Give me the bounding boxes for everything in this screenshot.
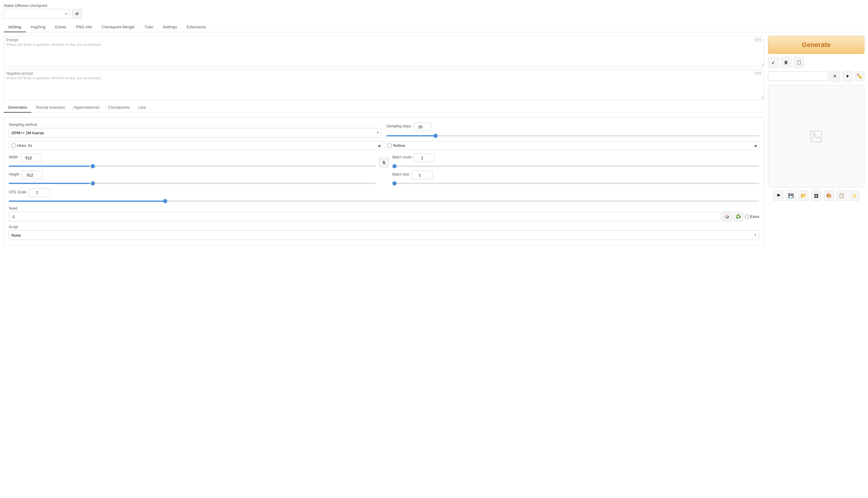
- extra-checkbox-container: Extra: [745, 214, 759, 219]
- copy-button[interactable]: 📋: [793, 57, 804, 68]
- extra-label: Extra: [750, 214, 759, 219]
- sampling-method-label: Sampling method: [9, 122, 382, 127]
- send-inpaint-upload-bottom-btn[interactable]: 📋: [837, 191, 846, 201]
- height-label: Height: [9, 172, 19, 176]
- hires-fix-label: Hires. fix: [17, 143, 32, 148]
- tab-extensions[interactable]: Extensions: [182, 22, 211, 32]
- svg-point-1: [814, 133, 815, 135]
- send-extras-bottom-btn[interactable]: 📂: [799, 191, 809, 201]
- send-img2img-bottom-btn[interactable]: 🖼: [811, 191, 821, 201]
- seed-row: Seed 🎲 ♻️ Extra: [9, 206, 759, 221]
- style-row: ✕ ▼ ✏️: [768, 71, 864, 82]
- negative-prompt-label: Negative prompt: [4, 69, 764, 76]
- height-input[interactable]: [22, 171, 43, 179]
- cfg-scale-label: CFG Scale: [9, 190, 26, 194]
- sampling-steps-label: Sampling steps: [386, 124, 411, 128]
- script-select[interactable]: None: [9, 230, 759, 240]
- recycle-seed-button[interactable]: ♻️: [733, 212, 743, 221]
- gen-tab-hypernetworks[interactable]: Hypernetworks: [69, 103, 104, 113]
- tab-txt2img[interactable]: txt2img: [4, 22, 26, 32]
- batch-count-input[interactable]: [414, 154, 435, 162]
- refiner-checkbox[interactable]: [387, 144, 392, 147]
- batch-count-label: Batch count: [392, 155, 411, 159]
- output-image-area: [768, 85, 864, 187]
- style-input[interactable]: [768, 71, 828, 81]
- checkpoint-select[interactable]: [4, 9, 70, 19]
- gen-tab-textual-inversion[interactable]: Textual Inversion: [31, 103, 69, 113]
- prompt-counter: 0/75: [753, 37, 763, 42]
- main-tabs: txt2img img2img Extras PNG Info Checkpoi…: [4, 22, 864, 32]
- width-slider[interactable]: [9, 166, 375, 167]
- hires-refiner-row: Hires. fix ◀ Refiner ◀: [9, 141, 759, 150]
- batch-size-input[interactable]: [411, 171, 433, 179]
- tab-img2img[interactable]: img2img: [26, 22, 50, 32]
- prompt-textarea[interactable]: [4, 48, 764, 66]
- width-label: Width: [9, 155, 18, 159]
- svg-rect-0: [811, 131, 821, 142]
- generation-panel: Sampling method DPM++ 2M Karras Euler a …: [4, 117, 764, 245]
- save-image-bottom-btn[interactable]: 💾: [786, 191, 796, 201]
- sampling-method-select[interactable]: DPM++ 2M Karras Euler a Euler: [9, 128, 382, 137]
- batch-count-slider[interactable]: [392, 166, 759, 167]
- refiner-collapse-btn[interactable]: ◀: [754, 144, 756, 148]
- hires-fix-collapse-btn[interactable]: ◀: [378, 144, 380, 148]
- refiner-item: Refiner ◀: [385, 141, 759, 150]
- generation-tabs: Generation Textual Inversion Hypernetwor…: [4, 103, 764, 113]
- prompt-hint: (Press Ctrl+Enter to generate, Alt+Enter…: [4, 43, 764, 48]
- script-row: Script None: [9, 225, 759, 240]
- clear-style-button[interactable]: ✕: [829, 71, 840, 82]
- hires-fix-item: Hires. fix ◀: [9, 141, 383, 150]
- batch-size-label: Batch size: [392, 172, 409, 176]
- save-style-bottom-btn[interactable]: ⚑: [773, 191, 783, 201]
- send-to-button[interactable]: ↙: [768, 57, 779, 68]
- hires-fix-checkbox[interactable]: [11, 144, 15, 147]
- trash-button[interactable]: 🗑: [781, 57, 791, 68]
- prompt-label: Prompt: [4, 36, 764, 43]
- sampling-steps-input[interactable]: [413, 122, 432, 131]
- extra-checkbox[interactable]: [745, 215, 749, 219]
- refiner-label: Refiner: [393, 143, 406, 148]
- dice-button[interactable]: 🎲: [722, 212, 732, 221]
- extras-magic-bottom-btn[interactable]: ✨: [849, 191, 859, 201]
- script-label: Script: [9, 225, 759, 229]
- edit-style-button[interactable]: ✏️: [855, 71, 864, 81]
- gen-tab-lora[interactable]: Lora: [134, 103, 150, 113]
- generate-button[interactable]: Generate: [768, 36, 864, 54]
- tab-settings[interactable]: Settings: [158, 22, 182, 32]
- gen-tab-generation[interactable]: Generation: [4, 103, 31, 113]
- swap-width-height-button[interactable]: ⇅: [379, 158, 389, 167]
- seed-input[interactable]: [9, 212, 720, 221]
- seed-label: Seed: [9, 206, 759, 210]
- inpaint-bottom-btn[interactable]: 🎨: [824, 191, 834, 201]
- bottom-actions: ⚑ 💾 📂 🖼 🎨 📋 ✨: [768, 191, 864, 201]
- prompt-section: 0/75 Prompt (Press Ctrl+Enter to generat…: [4, 36, 764, 67]
- width-input[interactable]: [21, 154, 42, 162]
- gen-tab-checkpoints[interactable]: Checkpoints: [104, 103, 134, 113]
- height-slider[interactable]: [9, 183, 375, 184]
- tab-train[interactable]: Train: [140, 22, 158, 32]
- cfg-scale-row: CFG Scale: [9, 188, 759, 202]
- negative-prompt-counter: 0/75: [753, 71, 763, 76]
- tab-png-info[interactable]: PNG Info: [71, 22, 97, 32]
- negative-prompt-section: 0/75 Negative prompt (Press Ctrl+Enter t…: [4, 69, 764, 100]
- style-dropdown-toggle[interactable]: ▼: [842, 71, 853, 82]
- checkpoint-label: Stable Diffusion checkpoint: [4, 4, 70, 8]
- batch-size-slider[interactable]: [392, 183, 759, 184]
- refresh-checkpoint-button[interactable]: ⟳: [72, 9, 82, 19]
- sampling-steps-slider[interactable]: [386, 135, 759, 136]
- cfg-scale-slider[interactable]: [9, 200, 759, 202]
- negative-prompt-hint: (Press Ctrl+Enter to generate, Alt+Enter…: [4, 76, 764, 81]
- tab-checkpoint-merger[interactable]: Checkpoint Merger: [97, 22, 140, 32]
- action-buttons: ↙ 🗑 📋: [768, 57, 864, 68]
- negative-prompt-textarea[interactable]: [4, 81, 764, 99]
- tab-extras[interactable]: Extras: [50, 22, 71, 32]
- cfg-scale-input[interactable]: [29, 188, 50, 197]
- image-placeholder-icon: [810, 130, 822, 142]
